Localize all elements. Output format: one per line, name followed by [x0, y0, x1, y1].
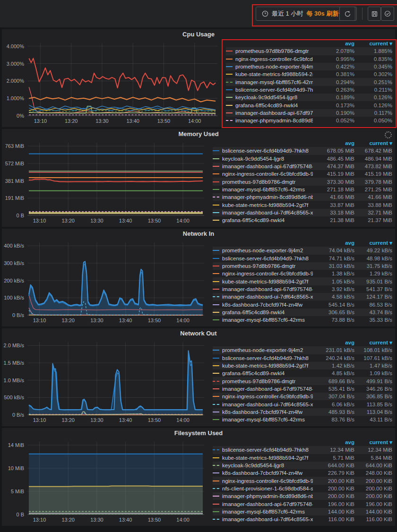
legend-sort-avg[interactable]: avg: [313, 339, 354, 346]
legend-row[interactable]: imanager-dashboard-ui-7df64c8565-xqqlt6.…: [213, 400, 392, 408]
legend-series-name[interactable]: nginx-ingress-controller-6c9bfcd9db-9rfq…: [222, 477, 313, 485]
legend-series-name[interactable]: imanager-dashboard-api-67df975748-kvh6x: [222, 163, 313, 170]
legend-row[interactable]: kube-state-metrics-fd988b594-2gt7f0.381%…: [226, 70, 392, 78]
legend-series-name[interactable]: bslicense-server-6cfd4b94d9-7hkh8: [222, 446, 313, 454]
panel-title[interactable]: Cpu Usage: [2, 29, 395, 39]
legend-series-name[interactable]: k8s-dashboard-7cbcfd97f4-zn4fw: [222, 301, 313, 309]
legend-series-name[interactable]: nfs-client-provisioner-1-6c98dbd584-skrb…: [222, 485, 313, 492]
network-out-chart[interactable]: 2.0 MB/s1.5 MB/s1.0 MB/s500 kB/s0 B/s13:…: [2, 338, 207, 425]
legend-series-name[interactable]: imanager-mysql-6bff857cf6-42rms: [222, 186, 313, 193]
legend-series-name[interactable]: kube-state-metrics-fd988b594-2gt7f: [222, 278, 313, 285]
legend-series-name[interactable]: prometheus-node-exporter-9j4m2: [222, 247, 313, 254]
legend-row[interactable]: nginx-ingress-controller-6c9bfcd9db-9rfq…: [213, 477, 392, 484]
legend-series-name[interactable]: imanager-dashboard-api-67df975748-kvh6x: [222, 285, 313, 293]
legend-row[interactable]: imanager-dashboard-ui-7df64c8565-xqqlt11…: [213, 515, 392, 523]
legend-row[interactable]: bslicense-server-6cfd4b94d9-7hkh812.34 M…: [213, 446, 392, 454]
legend-row[interactable]: nfs-client-provisioner-1-6c98dbd584-skrb…: [213, 485, 392, 492]
legend-row[interactable]: imanager-dashboard-ui-7df64c8565-xqqlt4.…: [213, 293, 392, 300]
legend-row[interactable]: k8s-dashboard-7cbcfd97f4-zn4fw545.14 B/s…: [213, 300, 392, 308]
legend-row[interactable]: kube-state-metrics-fd988b594-2gt7f5.71 M…: [213, 454, 392, 462]
legend-series-name[interactable]: kube-state-metrics-fd988b594-2gt7f: [235, 70, 313, 78]
legend-row[interactable]: kube-state-metrics-fd988b594-2gt7f1.42 k…: [213, 362, 392, 369]
legend-sort-current[interactable]: current ▾: [354, 40, 392, 47]
legend-row[interactable]: imanager-dashboard-api-67df975748-kvh6x4…: [213, 163, 392, 170]
legend-series-name[interactable]: imanager-phpmyadmin-8cd89d8d6-nb25q: [235, 117, 313, 124]
legend-series-name[interactable]: imanager-mysql-6bff857cf6-42rms: [222, 416, 313, 423]
legend-series-name[interactable]: imanager-dashboard-api-67df975748-kvh6x: [235, 109, 313, 117]
legend-series-name[interactable]: bslicense-server-6cfd4b94d9-7hkh8: [222, 354, 313, 362]
legend-series-name[interactable]: keycloak-9c9dd5454-ljgr8: [222, 462, 313, 469]
legend-row[interactable]: imanager-mysql-6bff857cf6-42rms144.00 Ki…: [213, 508, 392, 515]
legend-row[interactable]: grafana-6ff5c4cd89-nwkl4306.65 B/s43.74 …: [213, 309, 392, 316]
legend-row[interactable]: grafana-6ff5c4cd89-nwkl421.38 MiB21.37 M…: [213, 216, 392, 224]
legend-series-name[interactable]: prometheus-node-exporter-9j4m2: [235, 63, 313, 70]
legend-series-name[interactable]: bslicense-server-6cfd4b94d9-7hkh8: [235, 86, 313, 94]
legend-series-name[interactable]: imanager-mysql-6bff857cf6-42rms: [235, 78, 313, 86]
legend-row[interactable]: imanager-mysql-6bff857cf6-42rms83.76 B/s…: [213, 416, 392, 423]
legend-row[interactable]: keycloak-9c9dd5454-ljgr80.189%0.126%: [226, 94, 392, 101]
legend-sort-current[interactable]: current ▾: [354, 239, 392, 247]
legend-sort-avg[interactable]: avg: [313, 239, 354, 247]
panel-title[interactable]: Filesystem Used: [2, 428, 395, 438]
legend-series-name[interactable]: nginx-ingress-controller-6c9bfcd9db-9rfq…: [235, 55, 313, 63]
network-in-chart[interactable]: 400 kB/s300 kB/s200 kB/s100 kB/s0 B/s13:…: [2, 239, 207, 326]
legend-row[interactable]: imanager-mysql-6bff857cf6-42rms271.18 Mi…: [213, 186, 392, 193]
legend-row[interactable]: nginx-ingress-controller-6c9bfcd9db-9rfq…: [213, 270, 392, 277]
legend-row[interactable]: prometheus-node-exporter-9j4m274.04 kB/s…: [213, 247, 392, 254]
legend-sort-avg[interactable]: avg: [313, 40, 354, 47]
legend-row[interactable]: grafana-6ff5c4cd89-nwkl44.85 kB/s1.09 kB…: [213, 369, 392, 377]
legend-series-name[interactable]: keycloak-9c9dd5454-ljgr8: [222, 155, 313, 163]
legend-series-name[interactable]: grafana-6ff5c4cd89-nwkl4: [222, 216, 313, 224]
legend-row[interactable]: nginx-ingress-controller-6c9bfcd9db-9rfq…: [226, 55, 392, 63]
legend-row[interactable]: k8s-dashboard-7cbcfd97f4-zn4fw485.93 B/s…: [213, 408, 392, 416]
legend-sort-current[interactable]: current ▾: [354, 139, 392, 147]
legend-series-name[interactable]: prometheus-97d8b9786-dmgtr: [222, 262, 313, 270]
legend-series-name[interactable]: imanager-dashboard-ui-7df64c8565-xqqlt: [222, 209, 313, 216]
legend-sort-current[interactable]: current ▾: [354, 438, 392, 446]
legend-series-name[interactable]: kube-state-metrics-fd988b594-2gt7f: [222, 454, 313, 462]
legend-sort-avg[interactable]: avg: [313, 139, 354, 147]
legend-row[interactable]: keycloak-9c9dd5454-ljgr8486.45 MiB486.94…: [213, 155, 392, 163]
legend-series-name[interactable]: prometheus-node-exporter-9j4m2: [222, 346, 313, 354]
legend-series-name[interactable]: imanager-phpmyadmin-8cd89d8d6-nb25q: [222, 492, 313, 500]
legend-row[interactable]: bslicense-server-6cfd4b94d9-7hkh8678.05 …: [213, 147, 392, 154]
panel-title[interactable]: Network In: [2, 229, 395, 239]
filesystem-used-chart[interactable]: 14 MiB10 MiB5 MiB0 B13:1013:2013:3013:40…: [2, 438, 207, 525]
legend-series-name[interactable]: nginx-ingress-controller-6c9bfcd9db-9rfq…: [222, 393, 313, 400]
legend-row[interactable]: bslicense-server-6cfd4b94d9-7hkh80.263%0…: [226, 86, 392, 94]
save-button[interactable]: [368, 7, 381, 21]
legend-series-name[interactable]: imanager-mysql-6bff857cf6-42rms: [222, 508, 313, 515]
legend-row[interactable]: prometheus-97d8b9786-dmgtr689.66 B/s499.…: [213, 377, 392, 385]
cpu-usage-chart[interactable]: 4.000%3.000%2.000%1.000%0%13:1013:2013:3…: [2, 39, 220, 126]
legend-row[interactable]: imanager-mysql-6bff857cf6-42rms73.88 B/s…: [213, 316, 392, 324]
memory-used-chart[interactable]: 763 MiB572 MiB381 MiB191 MiB0 B13:1013:2…: [2, 139, 207, 226]
legend-row[interactable]: prometheus-97d8b9786-dmgtr31.03 kB/s31.7…: [213, 262, 392, 270]
legend-series-name[interactable]: nginx-ingress-controller-6c9bfcd9db-9rfq…: [222, 270, 313, 277]
legend-row[interactable]: grafana-6ff5c4cd89-nwkl40.173%0.126%: [226, 101, 392, 109]
legend-row[interactable]: imanager-dashboard-api-67df975748-kvh6x5…: [213, 385, 392, 393]
legend-series-name[interactable]: imanager-mysql-6bff857cf6-42rms: [222, 316, 313, 324]
legend-series-name[interactable]: bslicense-server-6cfd4b94d9-7hkh8: [222, 147, 313, 154]
legend-series-name[interactable]: imanager-phpmyadmin-8cd89d8d6-nb25q: [222, 193, 313, 201]
legend-row[interactable]: prometheus-node-exporter-9j4m2231.01 kB/…: [213, 346, 392, 354]
legend-series-name[interactable]: prometheus-97d8b9786-dmgtr: [222, 378, 313, 385]
legend-sort-current[interactable]: current ▾: [354, 339, 392, 346]
legend-series-name[interactable]: imanager-dashboard-api-67df975748-kvh6x: [222, 500, 313, 508]
legend-row[interactable]: imanager-dashboard-api-67df975748-kvh6x1…: [213, 500, 392, 507]
legend-series-name[interactable]: keycloak-9c9dd5454-ljgr8: [235, 94, 313, 101]
panel-title[interactable]: Memory Used: [2, 129, 395, 139]
legend-series-name[interactable]: bslicense-server-6cfd4b94d9-7hkh8: [222, 255, 313, 262]
legend-row[interactable]: keycloak-9c9dd5454-ljgr8644.00 KiB644.00…: [213, 462, 392, 469]
legend-row[interactable]: k8s-dashboard-7cbcfd97f4-zn4fw226.79 KiB…: [213, 469, 392, 477]
legend-series-name[interactable]: prometheus-97d8b9786-dmgtr: [222, 178, 313, 186]
legend-row[interactable]: bslicense-server-6cfd4b94d9-7hkh874.71 k…: [213, 255, 392, 262]
legend-series-name[interactable]: imanager-dashboard-ui-7df64c8565-xqqlt: [222, 293, 313, 300]
legend-series-name[interactable]: prometheus-97d8b9786-dmgtr: [235, 47, 313, 55]
legend-row[interactable]: imanager-mysql-6bff857cf6-42rms0.294%0.2…: [226, 78, 392, 86]
legend-sort-avg[interactable]: avg: [313, 438, 354, 446]
legend-series-name[interactable]: kube-state-metrics-fd988b594-2gt7f: [222, 201, 313, 209]
legend-series-name[interactable]: grafana-6ff5c4cd89-nwkl4: [222, 309, 313, 316]
legend-series-name[interactable]: k8s-dashboard-7cbcfd97f4-zn4fw: [222, 469, 313, 477]
legend-row[interactable]: imanager-phpmyadmin-8cd89d8d6-nb25q200.0…: [213, 492, 392, 500]
panel-title[interactable]: Network Out: [2, 328, 395, 338]
